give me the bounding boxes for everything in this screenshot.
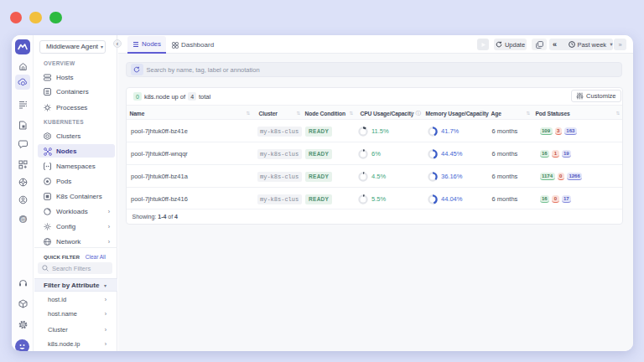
svg-text:@: @ [20, 215, 26, 221]
